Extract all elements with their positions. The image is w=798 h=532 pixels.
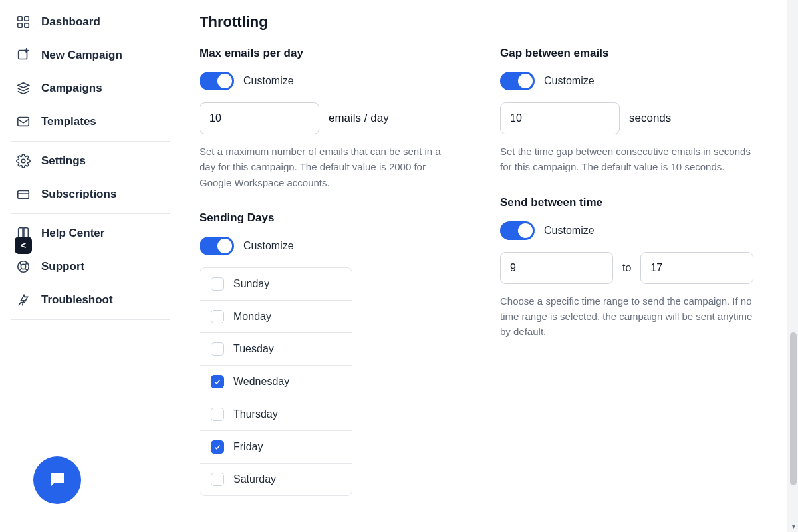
- subscriptions-icon: [16, 187, 31, 201]
- sidebar-item-label: Dashboard: [41, 15, 100, 29]
- sidebar-item-label: Help Center: [41, 227, 104, 240]
- gap-title: Gap between emails: [500, 47, 769, 60]
- sidebar-item-label: Settings: [41, 154, 86, 168]
- sidebar-divider: [11, 319, 170, 320]
- gap-unit: seconds: [629, 112, 671, 125]
- send-between-customize-label: Customize: [544, 225, 595, 237]
- checkbox-icon[interactable]: [211, 440, 224, 454]
- sidebar-item-label: New Campaign: [41, 49, 122, 62]
- chat-icon: [47, 470, 67, 490]
- gap-customize-toggle[interactable]: [500, 72, 535, 90]
- chat-fab[interactable]: [33, 456, 81, 504]
- sidebar: Dashboard New Campaign Campaigns Templat…: [0, 0, 181, 532]
- checkbox-icon[interactable]: [211, 473, 224, 486]
- send-between-title: Send between time: [500, 196, 769, 209]
- scroll-down-icon[interactable]: ▾: [789, 521, 798, 531]
- svg-rect-4: [19, 51, 27, 59]
- sending-days-customize-label: Customize: [243, 240, 294, 252]
- templates-icon: [16, 114, 31, 129]
- sidebar-item-troubleshoot[interactable]: Troubleshoot: [11, 283, 170, 317]
- sending-days-customize-toggle[interactable]: [200, 237, 234, 255]
- day-item-thursday[interactable]: Thursday: [200, 398, 352, 430]
- gap-helper: Set the time gap between consecutive ema…: [500, 144, 759, 175]
- sidebar-item-label: Troubleshoot: [41, 293, 113, 307]
- checkbox-icon[interactable]: [211, 375, 224, 388]
- dashboard-icon: [16, 15, 31, 29]
- send-between-helper: Choose a specific time range to send the…: [500, 293, 759, 340]
- gap-input[interactable]: [500, 102, 620, 134]
- checkbox-icon[interactable]: [211, 408, 224, 421]
- send-between-to-input[interactable]: [640, 252, 753, 284]
- send-between-block: Send between time Customize to Choose a …: [500, 196, 769, 340]
- send-between-customize-toggle[interactable]: [500, 221, 535, 240]
- day-item-tuesday[interactable]: Tuesday: [200, 332, 352, 365]
- day-item-monday[interactable]: Monday: [200, 300, 352, 332]
- max-emails-block: Max emails per day Customize emails / da…: [200, 47, 468, 190]
- sidebar-item-dashboard[interactable]: Dashboard: [11, 5, 170, 39]
- max-emails-title: Max emails per day: [200, 47, 468, 60]
- sidebar-item-support[interactable]: Support: [11, 250, 170, 283]
- checkbox-icon[interactable]: [211, 342, 224, 356]
- day-label: Friday: [233, 441, 263, 453]
- svg-point-10: [21, 264, 25, 269]
- checkbox-icon[interactable]: [211, 277, 224, 291]
- sidebar-item-templates[interactable]: Templates: [11, 105, 170, 138]
- max-emails-unit: emails / day: [329, 112, 389, 125]
- sidebar-item-label: Support: [41, 260, 84, 273]
- settings-icon: [16, 154, 31, 168]
- sending-days-block: Sending Days Customize Sunday Monday: [200, 211, 468, 496]
- day-label: Monday: [233, 311, 271, 323]
- sidebar-divider: [11, 213, 170, 214]
- day-label: Tuesday: [233, 343, 274, 355]
- svg-rect-3: [25, 23, 29, 27]
- sidebar-item-settings[interactable]: Settings: [11, 144, 170, 178]
- send-between-sep: to: [622, 262, 631, 274]
- day-item-wednesday[interactable]: Wednesday: [200, 365, 352, 398]
- troubleshoot-icon: [16, 293, 31, 307]
- day-label: Saturday: [233, 473, 276, 485]
- chevron-left-icon: <: [21, 240, 26, 251]
- gap-block: Gap between emails Customize seconds Set…: [500, 47, 769, 175]
- gap-customize-label: Customize: [544, 75, 595, 87]
- svg-rect-1: [25, 17, 29, 21]
- day-item-friday[interactable]: Friday: [200, 430, 352, 463]
- sidebar-item-subscriptions[interactable]: Subscriptions: [11, 178, 170, 211]
- sidebar-item-label: Subscriptions: [41, 188, 116, 201]
- sidebar-item-label: Templates: [41, 115, 96, 128]
- svg-rect-7: [18, 191, 29, 199]
- sending-days-title: Sending Days: [200, 211, 468, 225]
- main-content: Throttling Max emails per day Customize …: [181, 0, 787, 532]
- svg-rect-0: [18, 17, 22, 21]
- sidebar-item-help-center[interactable]: Help Center: [11, 217, 170, 250]
- max-emails-input[interactable]: [200, 102, 319, 134]
- svg-point-6: [21, 159, 25, 163]
- sidebar-item-campaigns[interactable]: Campaigns: [11, 72, 170, 105]
- day-label: Sunday: [233, 278, 269, 290]
- max-emails-customize-toggle[interactable]: [200, 72, 234, 90]
- sending-days-list: Sunday Monday Tuesday Wednesday: [200, 267, 352, 496]
- sidebar-item-label: Campaigns: [41, 82, 102, 95]
- sidebar-item-new-campaign[interactable]: New Campaign: [11, 39, 170, 72]
- day-label: Thursday: [233, 408, 278, 420]
- max-emails-customize-label: Customize: [243, 75, 294, 87]
- new-campaign-icon: [16, 48, 31, 63]
- scrollbar-thumb[interactable]: [790, 332, 797, 485]
- support-icon: [16, 259, 31, 274]
- day-item-saturday[interactable]: Saturday: [200, 463, 352, 495]
- max-emails-helper: Set a maximum number of emails that can …: [200, 144, 459, 190]
- svg-rect-5: [18, 118, 29, 126]
- day-item-sunday[interactable]: Sunday: [200, 268, 352, 300]
- collapse-sidebar-handle[interactable]: <: [15, 237, 32, 254]
- svg-rect-2: [18, 23, 22, 27]
- throttling-title: Throttling: [200, 13, 769, 31]
- send-between-from-input[interactable]: [500, 252, 613, 284]
- day-label: Wednesday: [233, 376, 289, 388]
- campaigns-icon: [16, 81, 31, 96]
- checkbox-icon[interactable]: [211, 310, 224, 323]
- sidebar-divider: [11, 141, 170, 142]
